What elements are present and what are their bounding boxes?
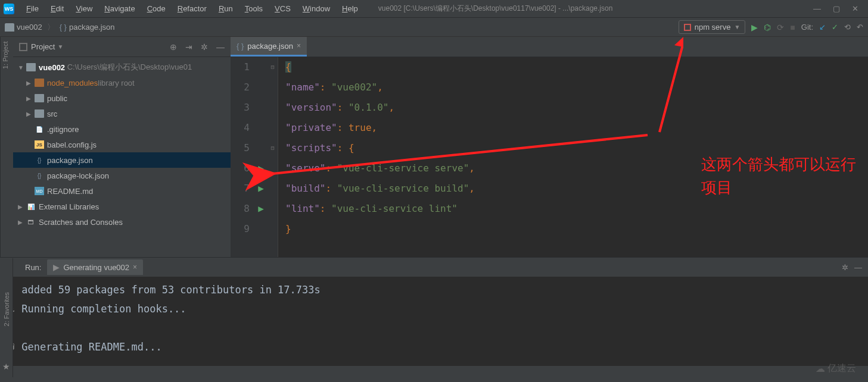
watermark: ☁亿速云 xyxy=(816,362,856,375)
editor-tab-package-json[interactable]: { } package.json × xyxy=(231,37,307,57)
close-icon[interactable]: ✕ xyxy=(852,4,858,13)
editor-tabs: { } package.json × xyxy=(231,37,868,57)
tree-item-node_modules[interactable]: ▶node_modules library root xyxy=(13,75,231,90)
nav-bar: vue002 〉 { } package.json npm serve ▼ ▶ … xyxy=(0,18,868,37)
tree-scratches[interactable]: ▶🗔Scratches and Consoles xyxy=(13,214,231,230)
run-tab-label: Generating vue002 xyxy=(63,263,129,272)
tree-item-package-json[interactable]: {}package.json xyxy=(13,152,231,168)
menu-edit[interactable]: Edit xyxy=(45,2,70,15)
breadcrumb-folder: vue002 xyxy=(17,23,42,32)
project-tree[interactable]: ▼vue002 C:\Users\编程小石头\Desktop\vue01▶nod… xyxy=(13,57,231,257)
project-panel-header: Project ▼ ⊕ ⇥ ✲ — xyxy=(13,37,231,57)
git-update-icon[interactable]: ↙ xyxy=(819,23,826,32)
tree-item-README-md[interactable]: MDREADME.md xyxy=(13,183,231,199)
tree-item--gitignore[interactable]: 📄.gitignore xyxy=(13,121,231,137)
run-play-icon: ▶ xyxy=(53,262,60,272)
close-tab-icon[interactable]: × xyxy=(297,42,301,50)
favorites-tab[interactable]: 2: Favorites xyxy=(3,292,10,326)
menu-help[interactable]: Help xyxy=(336,2,364,15)
project-panel-title[interactable]: Project xyxy=(31,42,55,51)
close-tab-icon[interactable]: × xyxy=(133,263,137,271)
minimize-icon[interactable]: — xyxy=(813,4,821,13)
history-icon[interactable]: ⟲ xyxy=(844,23,851,32)
menu-run[interactable]: Run xyxy=(213,2,239,15)
menu-code[interactable]: Code xyxy=(141,2,172,15)
window-controls: — ▢ ✕ xyxy=(813,4,864,13)
breadcrumb-file: package.json xyxy=(69,23,115,32)
menu-navigate[interactable]: Navigate xyxy=(98,2,141,15)
editor-area: { } package.json × 123456789 ▶▶▶ ⊟ ⊟ { "… xyxy=(231,37,868,257)
git-commit-icon[interactable]: ✓ xyxy=(832,23,838,32)
line-numbers: 123456789 xyxy=(231,57,254,257)
tree-item-babel-config-js[interactable]: JSbabel.config.js xyxy=(13,137,231,152)
console-line: �Generating README.md... xyxy=(8,337,860,356)
breadcrumb-sep: 〉 xyxy=(47,22,55,33)
chevron-down-icon[interactable]: ▼ xyxy=(57,43,63,50)
collapse-icon[interactable]: ⇥ xyxy=(185,42,192,52)
npm-icon xyxy=(684,24,691,31)
run-config-label: npm serve xyxy=(695,23,731,32)
folder-icon xyxy=(5,23,14,32)
tree-item-public[interactable]: ▶public xyxy=(13,90,231,106)
chevron-down-icon: ▼ xyxy=(734,24,740,30)
project-scope-icon xyxy=(19,43,27,51)
menu-file[interactable]: File xyxy=(20,2,45,15)
star-icon[interactable]: ★ xyxy=(2,362,10,371)
maximize-icon[interactable]: ▢ xyxy=(833,4,840,13)
breadcrumb[interactable]: vue002 〉 { } package.json xyxy=(5,22,115,33)
console-line: ⚓Running completion hooks... xyxy=(8,299,860,318)
coverage-icon[interactable]: ⟳ xyxy=(777,23,784,32)
run-button-icon[interactable]: ▶ xyxy=(751,23,758,32)
annotation-text: 这两个箭头都可以运行项目 xyxy=(701,153,856,199)
menu-refactor[interactable]: Refactor xyxy=(172,2,213,15)
run-config-selector[interactable]: npm serve ▼ xyxy=(679,20,746,34)
gear-icon[interactable]: ✲ xyxy=(201,42,208,52)
menu-window[interactable]: Window xyxy=(297,2,336,15)
menu-tools[interactable]: Tools xyxy=(239,2,269,15)
stop-icon[interactable]: ■ xyxy=(790,23,795,32)
tree-item-package-lock-json[interactable]: {}package-lock.json xyxy=(13,168,231,183)
console-output[interactable]: added 59 packages from 53 contributors i… xyxy=(0,277,868,366)
gear-icon[interactable]: ✲ xyxy=(842,263,848,272)
app-icon: WS xyxy=(4,4,14,14)
project-panel: Project ▼ ⊕ ⇥ ✲ — ▼vue002 C:\Users\编程小石头… xyxy=(13,37,231,257)
run-tab[interactable]: ▶ Generating vue002 × xyxy=(47,259,143,275)
menu-vcs[interactable]: VCS xyxy=(269,2,297,15)
hide-icon[interactable]: — xyxy=(854,263,862,272)
editor-tab-label: package.json xyxy=(247,42,293,51)
menu-view[interactable]: View xyxy=(70,2,98,15)
debug-icon[interactable]: ⌬ xyxy=(764,23,771,32)
left-bottom-tabs: 2: Favorites ★ xyxy=(0,258,13,377)
run-panel-header: Run: ▶ Generating vue002 × ✲ — xyxy=(0,258,868,277)
locate-icon[interactable]: ⊕ xyxy=(170,42,177,52)
console-line: added 59 packages from 53 contributors i… xyxy=(8,280,860,299)
run-panel: Run: ▶ Generating vue002 × ✲ — added 59 … xyxy=(0,257,868,366)
revert-icon[interactable]: ↶ xyxy=(857,23,863,32)
left-tab-project[interactable]: 1: Project xyxy=(0,37,13,257)
git-label: Git: xyxy=(801,23,813,32)
json-icon: { } xyxy=(60,23,67,32)
menu-bar: WS FileEditViewNavigateCodeRefactorRunTo… xyxy=(0,0,868,18)
window-title: vue002 [C:\Users\编程小石头\Desktop\vue0117\v… xyxy=(378,4,613,14)
hide-icon[interactable]: — xyxy=(216,42,225,52)
console-line xyxy=(8,318,860,337)
gutter-run-marks[interactable]: ▶▶▶ xyxy=(254,57,267,257)
tree-item-src[interactable]: ▶src xyxy=(13,106,231,121)
run-panel-title: Run: xyxy=(25,263,41,272)
fold-gutter[interactable]: ⊟ ⊟ xyxy=(267,57,278,257)
json-icon: { } xyxy=(237,42,244,51)
tree-root[interactable]: ▼vue002 C:\Users\编程小石头\Desktop\vue01 xyxy=(13,60,231,75)
tree-external[interactable]: ▶📊External Libraries xyxy=(13,199,231,214)
